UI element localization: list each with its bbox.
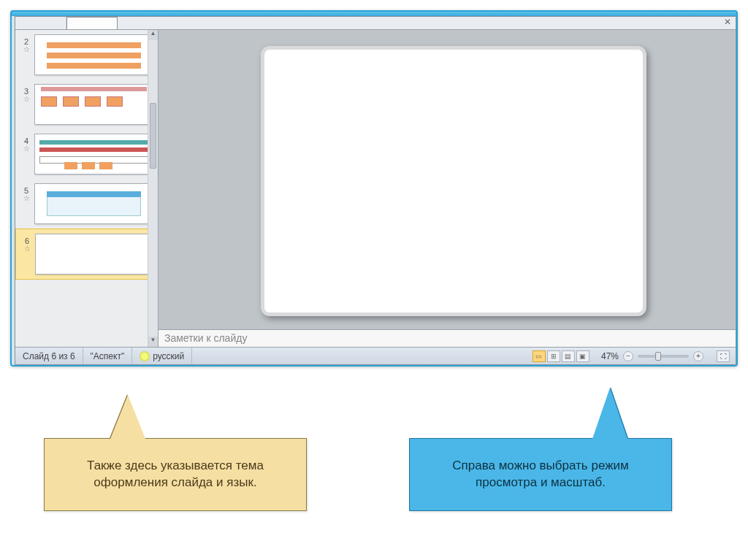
scroll-down-icon[interactable]: ▼: [148, 337, 158, 347]
callout-theme-language: Также здесь указывается тема оформления …: [44, 438, 307, 511]
view-slideshow-button[interactable]: ▣: [576, 350, 589, 362]
thumbnail-preview: [35, 234, 153, 275]
view-mode-buttons: ▭ ⊞ ▤ ▣: [528, 350, 594, 362]
status-language[interactable]: русский: [132, 348, 192, 364]
thumbnail-preview: [34, 183, 153, 224]
fit-to-window-button[interactable]: ⛶: [717, 350, 730, 362]
thumbnail-slide-6[interactable]: 6 ☆: [15, 229, 158, 280]
scroll-up-icon[interactable]: ▲: [148, 30, 158, 40]
animation-star-icon: ☆: [24, 245, 31, 253]
callout-view-zoom: Справа можно выбрать режим просмотра и м…: [409, 438, 672, 511]
current-slide-canvas[interactable]: [261, 46, 646, 316]
presentation-frame: ✕ 2 ☆ 3 ☆: [10, 10, 738, 367]
zoom-slider-thumb[interactable]: [655, 352, 661, 361]
thumbnail-preview: [34, 84, 153, 125]
scroll-thumb[interactable]: [150, 103, 156, 169]
spellcheck-icon: [140, 351, 150, 361]
zoom-percentage[interactable]: 47%: [601, 351, 619, 361]
thumbnail-slide-4[interactable]: 4 ☆: [15, 129, 158, 179]
status-bar: Слайд 6 из 6 "Аспект" русский ▭ ⊞ ▤ ▣ 47…: [15, 347, 736, 364]
zoom-out-button[interactable]: −: [623, 351, 633, 361]
view-normal-button[interactable]: ▭: [533, 350, 546, 362]
slide-editor-area[interactable]: [159, 30, 736, 329]
thumbnail-slide-3[interactable]: 3 ☆: [15, 80, 158, 129]
powerpoint-window: ✕ 2 ☆ 3 ☆: [15, 16, 736, 365]
thumbnails-scrollbar[interactable]: ▲ ▼: [148, 30, 158, 347]
zoom-slider[interactable]: [638, 355, 689, 358]
thumbnail-preview: [34, 134, 153, 174]
zoom-in-button[interactable]: +: [693, 351, 703, 361]
animation-star-icon: ☆: [23, 145, 30, 153]
tab-outline[interactable]: [15, 17, 66, 29]
zoom-controls: 47% − +: [594, 351, 711, 361]
close-panel-icon[interactable]: ✕: [720, 17, 736, 29]
slides-panel-tabs: ✕: [15, 17, 736, 30]
animation-star-icon: ☆: [23, 46, 30, 53]
animation-star-icon: ☆: [23, 195, 30, 202]
notes-placeholder: Заметки к слайду: [164, 332, 247, 344]
thumbnail-preview: [34, 34, 153, 75]
status-slide-counter: Слайд 6 из 6: [15, 348, 83, 364]
view-sorter-button[interactable]: ⊞: [547, 350, 560, 362]
view-reading-button[interactable]: ▤: [562, 350, 575, 362]
tab-slides[interactable]: [66, 17, 118, 29]
animation-star-icon: ☆: [23, 96, 30, 103]
thumbnail-slide-5[interactable]: 5 ☆: [15, 179, 158, 229]
thumbnail-slide-2[interactable]: 2 ☆: [15, 30, 158, 80]
status-theme: "Аспект": [83, 348, 133, 364]
slide-thumbnails-panel: 2 ☆ 3 ☆ 4 ☆: [15, 30, 159, 347]
notes-pane[interactable]: Заметки к слайду: [159, 329, 736, 347]
